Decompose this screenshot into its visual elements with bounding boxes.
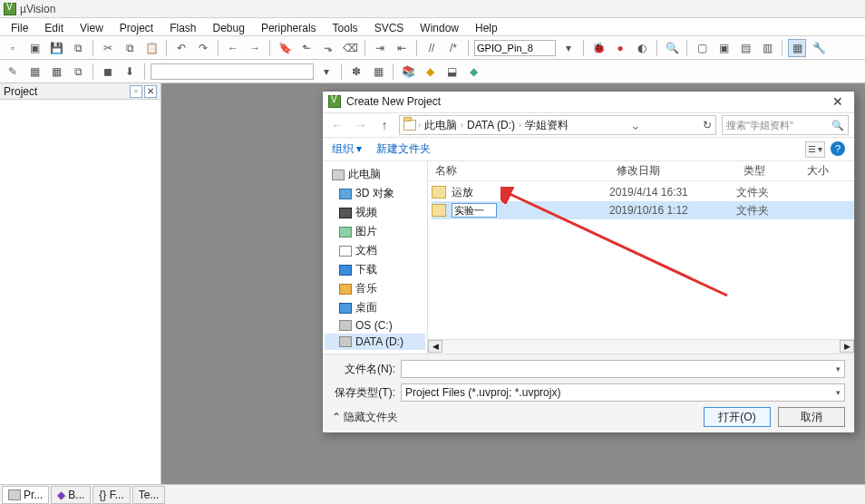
tb-fwd-icon[interactable]: → (246, 39, 264, 57)
panel-close-icon[interactable]: ✕ (144, 85, 157, 98)
tb2-stop-icon[interactable]: ◼ (99, 63, 117, 81)
tb2-target-dd-icon[interactable]: ▾ (317, 63, 335, 81)
tb2-rebuild-icon[interactable]: ▦ (47, 63, 65, 81)
path-seg-drive[interactable]: DATA (D:) (465, 119, 517, 131)
tb2-pack-icon[interactable]: ◆ (421, 63, 439, 81)
tb-open-icon[interactable]: ▣ (25, 39, 44, 57)
target-select[interactable] (151, 63, 314, 80)
help-button[interactable]: ? (831, 141, 845, 156)
tree-node-下载[interactable]: 下载 (325, 260, 425, 279)
rename-input[interactable] (452, 203, 497, 218)
menu-project[interactable]: Project (112, 21, 160, 35)
tb-bookmark-prev-icon[interactable]: ⬑ (297, 39, 316, 57)
organize-menu[interactable]: 组织 ▾ (332, 141, 362, 157)
filename-input[interactable]: ▾ (401, 360, 845, 378)
tb2-packinst-icon[interactable]: ⬓ (442, 63, 461, 81)
tb-debug-icon[interactable]: 🐞 (589, 39, 607, 57)
project-tree-area[interactable] (0, 100, 160, 484)
tb-outdent-icon[interactable]: ⇤ (393, 39, 411, 57)
menu-file[interactable]: File (4, 21, 35, 35)
nav-up-button[interactable]: ↑ (375, 118, 394, 132)
menu-window[interactable]: Window (413, 21, 466, 35)
tree-node-桌面[interactable]: 桌面 (325, 298, 425, 317)
cancel-button[interactable]: 取消 (778, 407, 845, 427)
path-seg-thispc[interactable]: 此电脑 (423, 118, 459, 133)
menu-debug[interactable]: Debug (206, 21, 252, 35)
tree-node-DATA (D:)[interactable]: DATA (D:) (325, 334, 425, 350)
tb-win4-icon[interactable]: ▥ (758, 39, 776, 57)
tb-redo-icon[interactable]: ↷ (194, 39, 212, 57)
newfolder-button[interactable]: 新建文件夹 (376, 141, 431, 157)
tb-new-icon[interactable]: ▫ (4, 39, 22, 57)
col-date[interactable]: 修改日期 (613, 163, 740, 179)
tb2-batch-icon[interactable]: ⧉ (69, 63, 87, 81)
status-tab-functions[interactable]: {} F... (92, 486, 130, 504)
status-tab-books[interactable]: ◆B... (51, 486, 91, 504)
menu-svcs[interactable]: SVCS (367, 21, 412, 35)
tb2-options-icon[interactable]: ✽ (347, 63, 365, 81)
status-tab-project[interactable]: Pr... (2, 486, 49, 504)
menu-help[interactable]: Help (468, 21, 505, 35)
nav-forward-button[interactable]: → (352, 118, 370, 132)
toolbar-search-input[interactable] (474, 40, 556, 56)
tb-copy-icon[interactable]: ⧉ (121, 39, 139, 57)
menu-view[interactable]: View (73, 21, 111, 35)
tb2-rte-icon[interactable]: ◆ (464, 63, 482, 81)
tb2-build-icon[interactable]: ▦ (25, 63, 44, 81)
menu-edit[interactable]: Edit (37, 21, 71, 35)
tb2-download-icon[interactable]: ⬇ (121, 63, 139, 81)
tb-win1-icon[interactable]: ▢ (693, 39, 711, 57)
menu-peripherals[interactable]: Peripherals (254, 21, 324, 35)
dialog-close-button[interactable]: ✕ (827, 94, 849, 109)
tree-node-3D 对象[interactable]: 3D 对象 (325, 184, 425, 203)
tb-comment-icon[interactable]: // (423, 39, 441, 57)
tb-magnify-icon[interactable]: 🔍 (663, 39, 681, 57)
path-field[interactable]: › 此电脑 › DATA (D:) › 学姐资料 ⌄ ↻ (399, 115, 716, 135)
tb-back-icon[interactable]: ← (224, 39, 242, 57)
tb2-manage-icon[interactable]: ▦ (369, 63, 387, 81)
tb-indent-icon[interactable]: ⇥ (371, 39, 389, 57)
hide-folders-toggle[interactable]: ⌃ 隐藏文件夹 (332, 410, 696, 425)
tb-saveall-icon[interactable]: ⧉ (69, 39, 87, 57)
tree-node-文档[interactable]: 文档 (325, 241, 425, 260)
nav-tree[interactable]: 此电脑3D 对象视频图片文档下载音乐桌面OS (C:)DATA (D:) (323, 161, 428, 354)
nav-back-button[interactable]: ← (328, 118, 346, 132)
tb-paste-icon[interactable]: 📋 (142, 39, 160, 57)
col-name[interactable]: 名称 (432, 163, 613, 179)
menu-flash[interactable]: Flash (162, 21, 203, 35)
tb-findnext-icon[interactable]: ▾ (559, 39, 578, 57)
tb-wrench-icon[interactable]: 🔧 (810, 39, 828, 57)
tree-node-图片[interactable]: 图片 (325, 222, 425, 241)
horizontal-scrollbar[interactable]: ◀ ▶ (428, 339, 854, 354)
tree-node-OS (C:)[interactable]: OS (C:) (325, 317, 425, 334)
panel-pin-icon[interactable]: ▫ (130, 85, 142, 98)
tb-bookmark-icon[interactable]: 🔖 (276, 39, 294, 57)
tb-bpall-icon[interactable]: ◐ (633, 39, 651, 57)
filetype-select[interactable]: Project Files (*.uvproj; *.uvprojx)▾ (401, 383, 845, 402)
col-type[interactable]: 类型 (740, 163, 803, 179)
path-dropdown-icon[interactable]: ⌄ (627, 118, 645, 132)
col-size[interactable]: 大小 (803, 163, 854, 179)
tb2-translate-icon[interactable]: ✎ (4, 63, 22, 81)
tb-win2-icon[interactable]: ▣ (714, 39, 733, 57)
path-seg-folder[interactable]: 学姐资料 (523, 118, 570, 133)
search-box[interactable]: 搜索"学姐资料" 🔍 (722, 115, 849, 135)
tb-bookmark-next-icon[interactable]: ⬎ (319, 39, 337, 57)
tb2-books-icon[interactable]: 📚 (399, 63, 417, 81)
open-button[interactable]: 打开(O) (704, 407, 771, 427)
refresh-button[interactable]: ↻ (703, 119, 712, 131)
tb-undo-icon[interactable]: ↶ (172, 39, 190, 57)
status-tab-templates[interactable]: Te... (132, 486, 166, 504)
file-list[interactable]: 运放2019/4/14 16:31文件夹2019/10/16 1:12文件夹 (428, 181, 854, 339)
tb-bookmark-clear-icon[interactable]: ⌫ (341, 39, 359, 57)
tb-config-icon[interactable]: ▦ (788, 39, 806, 57)
scroll-right-icon[interactable]: ▶ (840, 340, 854, 353)
tb-win3-icon[interactable]: ▤ (736, 39, 754, 57)
menu-tools[interactable]: Tools (326, 21, 365, 35)
tb-cut-icon[interactable]: ✂ (99, 39, 117, 57)
tb-uncomment-icon[interactable]: /* (444, 39, 462, 57)
tb-bp-icon[interactable]: ● (611, 39, 629, 57)
tb-save-icon[interactable]: 💾 (47, 39, 65, 57)
tree-node-音乐[interactable]: 音乐 (325, 279, 425, 298)
tree-node-此电脑[interactable]: 此电脑 (325, 165, 425, 184)
